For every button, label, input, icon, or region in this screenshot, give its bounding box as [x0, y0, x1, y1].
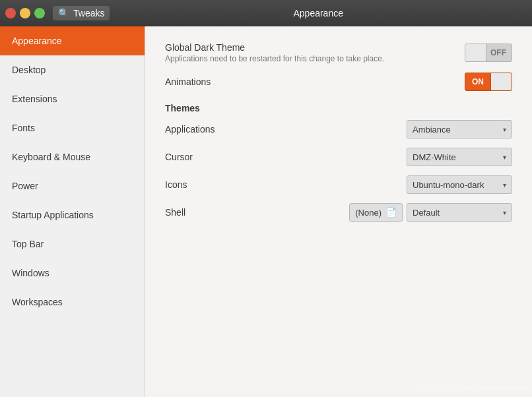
- cursor-dropdown-value: DMZ-White: [413, 152, 456, 162]
- sidebar-item-label: Appearance: [12, 36, 62, 46]
- global-dark-theme-toggle[interactable]: OFF: [465, 44, 512, 62]
- sidebar-item-power[interactable]: Power: [0, 171, 145, 200]
- sidebar: Appearance Desktop Extensions Fonts Keyb…: [0, 26, 145, 397]
- content-area: Global Dark Theme Applications need to b…: [145, 26, 532, 397]
- themes-heading: Themes: [165, 103, 512, 113]
- sidebar-item-workspaces[interactable]: Workspaces: [0, 288, 145, 317]
- titlebar: 🔍 Tweaks Appearance: [0, 0, 532, 26]
- shell-dropdown-value: Default: [413, 208, 440, 218]
- sidebar-item-fonts[interactable]: Fonts: [0, 113, 145, 142]
- sidebar-item-label: Fonts: [12, 123, 35, 133]
- cursor-row: Cursor DMZ-White ▾: [165, 148, 512, 166]
- icons-row: Icons Ubuntu-mono-dark ▾: [165, 175, 512, 194]
- search-icon: 🔍: [58, 8, 69, 18]
- applications-row: Applications Ambiance ▾: [165, 120, 512, 138]
- global-dark-theme-row: Global Dark Theme Applications need to b…: [165, 42, 512, 63]
- global-dark-theme-label-group: Global Dark Theme Applications need to b…: [165, 42, 465, 63]
- window-title: Appearance: [110, 8, 527, 18]
- toggle-knob: [465, 44, 486, 61]
- animations-label: Animations: [165, 76, 211, 87]
- sidebar-item-label: Power: [12, 181, 38, 191]
- animations-row: Animations ON: [165, 73, 512, 91]
- search-area[interactable]: 🔍 Tweaks: [53, 6, 110, 20]
- chevron-down-icon: ▾: [503, 209, 506, 216]
- sidebar-item-label: Desktop: [12, 65, 46, 75]
- sidebar-item-appearance[interactable]: Appearance: [0, 26, 145, 55]
- shell-controls: (None) 📄 Default ▾: [349, 203, 512, 222]
- chevron-down-icon: ▾: [503, 154, 506, 161]
- sidebar-item-startup-applications[interactable]: Startup Applications: [0, 200, 145, 229]
- sidebar-item-label: Top Bar: [12, 239, 44, 249]
- icons-dropdown-value: Ubuntu-mono-dark: [413, 180, 484, 190]
- sidebar-item-label: Startup Applications: [12, 210, 94, 220]
- sidebar-item-desktop[interactable]: Desktop: [0, 55, 145, 84]
- global-dark-theme-label: Global Dark Theme: [165, 42, 465, 53]
- global-dark-theme-sublabel: Applications need to be restarted for th…: [165, 54, 465, 63]
- shell-dropdown[interactable]: Default ▾: [407, 203, 512, 222]
- applications-dropdown[interactable]: Ambiance ▾: [407, 120, 512, 138]
- main-content: Appearance Desktop Extensions Fonts Keyb…: [0, 26, 532, 397]
- cursor-dropdown[interactable]: DMZ-White ▾: [407, 148, 512, 166]
- toggle-off-label: OFF: [486, 48, 510, 57]
- watermark: https://blog.csdn.net/lishanleilixin: [421, 384, 527, 392]
- chevron-down-icon: ▾: [503, 181, 506, 189]
- sidebar-item-label: Workspaces: [12, 297, 63, 307]
- toggle-on-label: ON: [465, 77, 490, 86]
- minimize-button[interactable]: [20, 8, 30, 18]
- sidebar-item-windows[interactable]: Windows: [0, 259, 145, 288]
- cursor-label: Cursor: [165, 152, 193, 162]
- app-name-label: Tweaks: [73, 8, 104, 18]
- sidebar-item-extensions[interactable]: Extensions: [0, 84, 145, 113]
- shell-label: Shell: [165, 207, 185, 218]
- maximize-button[interactable]: [34, 8, 45, 18]
- toggle-knob-right: [490, 73, 512, 90]
- shell-none-value: (None): [355, 208, 382, 218]
- sidebar-item-label: Extensions: [12, 94, 57, 104]
- shell-row: Shell (None) 📄 Default ▾: [165, 203, 512, 222]
- sidebar-item-keyboard-mouse[interactable]: Keyboard & Mouse: [0, 142, 145, 171]
- window-controls: [5, 8, 45, 18]
- applications-dropdown-value: Ambiance: [413, 125, 451, 135]
- animations-toggle[interactable]: ON: [465, 73, 512, 91]
- icons-dropdown[interactable]: Ubuntu-mono-dark ▾: [407, 175, 512, 194]
- icons-label: Icons: [165, 179, 187, 190]
- sidebar-item-label: Windows: [12, 268, 50, 278]
- folder-icon: 📄: [385, 207, 397, 218]
- sidebar-item-label: Keyboard & Mouse: [12, 152, 90, 162]
- chevron-down-icon: ▾: [503, 126, 506, 133]
- close-button[interactable]: [5, 8, 16, 18]
- sidebar-item-top-bar[interactable]: Top Bar: [0, 229, 145, 259]
- applications-label: Applications: [165, 124, 215, 135]
- shell-none-button[interactable]: (None) 📄: [349, 203, 403, 222]
